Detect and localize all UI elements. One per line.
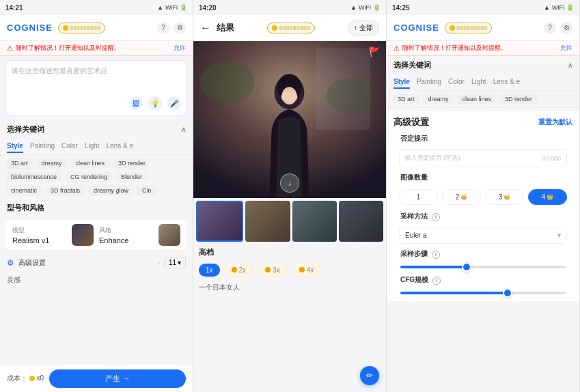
collapse-icon[interactable]: ∧ bbox=[181, 126, 186, 133]
quality-3x[interactable]: 3x bbox=[258, 263, 288, 277]
neg-prompt-input[interactable]: 输入否定提示 (可选) 0/1000 bbox=[399, 149, 567, 167]
mic-icon[interactable]: 🎤 bbox=[167, 96, 181, 110]
bulb-icon[interactable]: 💡 bbox=[148, 96, 162, 110]
model-title: 型号和风格 bbox=[7, 203, 44, 213]
coin-dot-3 bbox=[450, 25, 455, 31]
model-thumbnail[interactable] bbox=[72, 224, 94, 246]
tag-dreamyglow[interactable]: dreamy glow bbox=[88, 185, 134, 196]
count-1-btn[interactable]: 1 bbox=[399, 189, 438, 205]
model-label: 模型 bbox=[12, 226, 66, 235]
top-nav-1: COGNISE 999999999 ? ⚙ bbox=[0, 15, 193, 41]
tag-3dart[interactable]: 3D art bbox=[5, 158, 33, 169]
panel-3: 14:25 ▲ WiFi 🔋 COGNISE 999999999 ? ⚙ ⚠ 随… bbox=[387, 0, 580, 392]
img-count-label: 图像数量 bbox=[393, 169, 572, 186]
tab-color[interactable]: Color bbox=[61, 140, 78, 153]
image-icon[interactable]: 🖼 bbox=[129, 96, 143, 110]
tag-blender[interactable]: Blender bbox=[115, 171, 148, 182]
subtag-cleanlines[interactable]: clean lines bbox=[457, 94, 497, 104]
nav-icons-1: ? ⚙ bbox=[157, 22, 186, 34]
info-sampling-icon[interactable]: i bbox=[432, 213, 440, 221]
tag-cin[interactable]: Cin bbox=[137, 185, 157, 196]
help3-icon[interactable]: ? bbox=[544, 22, 556, 34]
collapse3-icon[interactable]: ∧ bbox=[568, 61, 572, 69]
tab3-light[interactable]: Light bbox=[471, 76, 486, 89]
thumbnail-2[interactable] bbox=[245, 201, 290, 242]
keyword-tags-1: 3D art dreamy clean lines 3D render biol… bbox=[0, 155, 193, 199]
settings3-icon[interactable]: ⚙ bbox=[560, 22, 572, 34]
tab3-color[interactable]: Color bbox=[448, 76, 465, 89]
steps-fill bbox=[400, 266, 467, 268]
count-3-btn[interactable]: 3 👑 bbox=[485, 189, 524, 205]
tag-cg[interactable]: CG rendering bbox=[65, 171, 113, 182]
model-item: 模型 Realism v1 bbox=[12, 226, 66, 244]
download-button[interactable]: ↓ bbox=[280, 173, 299, 193]
subtag-3drender[interactable]: 3D render bbox=[499, 94, 538, 104]
edit-fab-button[interactable]: ✏ bbox=[360, 366, 379, 385]
tab-lens[interactable]: Lens & e bbox=[107, 140, 133, 153]
thumbnail-4[interactable] bbox=[339, 201, 383, 242]
generate-button[interactable]: 产生 → bbox=[49, 369, 186, 388]
neg-prompt-placeholder: 输入否定提示 (可选) bbox=[405, 154, 542, 163]
tab3-lens[interactable]: Lens & e bbox=[493, 76, 520, 89]
quality-2x[interactable]: 2x bbox=[224, 263, 254, 277]
all-button[interactable]: ↑ 全部 bbox=[348, 20, 379, 36]
subtag-dreamy[interactable]: dreamy bbox=[423, 94, 454, 104]
count-2-btn[interactable]: 2 👑 bbox=[442, 189, 481, 205]
thumbnail-1[interactable] bbox=[196, 201, 243, 242]
steps-slider[interactable] bbox=[393, 263, 572, 271]
info-cfg-icon[interactable]: i bbox=[432, 277, 441, 285]
prompt-display: 一个日本女人 bbox=[193, 280, 386, 295]
info-steps-icon[interactable]: i bbox=[432, 251, 440, 259]
count-4-btn[interactable]: 4 👑 bbox=[528, 189, 567, 205]
advanced-settings-row[interactable]: ⚙ 高级设置 › 11 ▾ bbox=[0, 253, 193, 272]
back-button[interactable]: ← bbox=[200, 22, 211, 34]
steps-thumb[interactable] bbox=[462, 262, 471, 272]
sampling-select[interactable]: Euler a ▾ bbox=[399, 227, 567, 244]
dot-4x bbox=[299, 267, 305, 272]
quality-title: 高档 bbox=[199, 248, 214, 256]
settings-icon[interactable]: ⚙ bbox=[174, 22, 186, 34]
alert-text-1: 随时了解情况！打开通知以及时提醒。 bbox=[16, 44, 120, 53]
tag-cinematic[interactable]: cinematic bbox=[5, 185, 42, 196]
quality-4x[interactable]: 4x bbox=[292, 263, 322, 277]
model-header: 型号和风格 bbox=[0, 199, 193, 217]
prompt-textarea[interactable]: 请在这里描述您最喜爱的艺术品 🖼 💡 🎤 bbox=[5, 60, 187, 116]
thumbnail-3[interactable] bbox=[292, 201, 337, 242]
logo-3: COGNISE bbox=[393, 23, 439, 33]
tag-bio[interactable]: bioluminescence bbox=[5, 171, 62, 182]
keyword-tabs: Style Painting Color Light Lens & e bbox=[0, 139, 193, 155]
cfg-scale-label: CFG规模 i bbox=[393, 271, 572, 289]
tab-painting[interactable]: Painting bbox=[30, 140, 55, 153]
cfg-thumb[interactable] bbox=[503, 288, 512, 298]
subtag-3dart[interactable]: 3D art bbox=[392, 94, 420, 104]
tab3-style[interactable]: Style bbox=[393, 76, 410, 89]
quality-1x[interactable]: 1x bbox=[199, 264, 220, 277]
svg-point-1 bbox=[200, 61, 255, 102]
tag-dreamy[interactable]: dreamy bbox=[36, 158, 68, 169]
neg-prompt-label: 否定提示 bbox=[393, 130, 572, 148]
tab-light[interactable]: Light bbox=[85, 140, 100, 153]
alert-icon-1: ⚠ bbox=[7, 44, 13, 52]
help-icon[interactable]: ? bbox=[157, 22, 169, 34]
adv-title: 高级设置 bbox=[393, 116, 429, 128]
dot-3x bbox=[265, 267, 271, 272]
alert-allow-1[interactable]: 允许 bbox=[174, 44, 186, 53]
panel-1: 14:21 ▲ WiFi 🔋 COGNISE 999999999 ? ⚙ ⚠ 随… bbox=[0, 0, 193, 392]
coin-value-2: 999999999 bbox=[279, 25, 309, 31]
tab3-painting[interactable]: Painting bbox=[417, 76, 441, 89]
model-section: 模型 Realism v1 风格 Enhance bbox=[5, 220, 187, 250]
time-1: 14:21 bbox=[5, 4, 23, 12]
style-thumbnail[interactable] bbox=[158, 224, 180, 246]
image-count-row: 1 2 👑 3 👑 4 👑 bbox=[393, 186, 572, 208]
alert-allow-3[interactable]: 允许 bbox=[560, 44, 572, 53]
keyword-tabs-3: Style Painting Color Light Lens & e bbox=[387, 74, 579, 91]
style-item: 风格 Enhance bbox=[99, 226, 153, 244]
tag-3drender[interactable]: 3D render bbox=[113, 158, 151, 169]
flag-icon[interactable]: 🚩 bbox=[369, 46, 381, 57]
reset-button[interactable]: 重置为默认 bbox=[538, 117, 572, 127]
tag-3dfrac[interactable]: 3D fractals bbox=[45, 185, 85, 196]
tag-cleanlines[interactable]: clean lines bbox=[70, 158, 111, 169]
tab-style[interactable]: Style bbox=[7, 140, 23, 153]
coin-value-1: 999999999 bbox=[70, 25, 100, 31]
cfg-slider[interactable] bbox=[393, 289, 572, 297]
